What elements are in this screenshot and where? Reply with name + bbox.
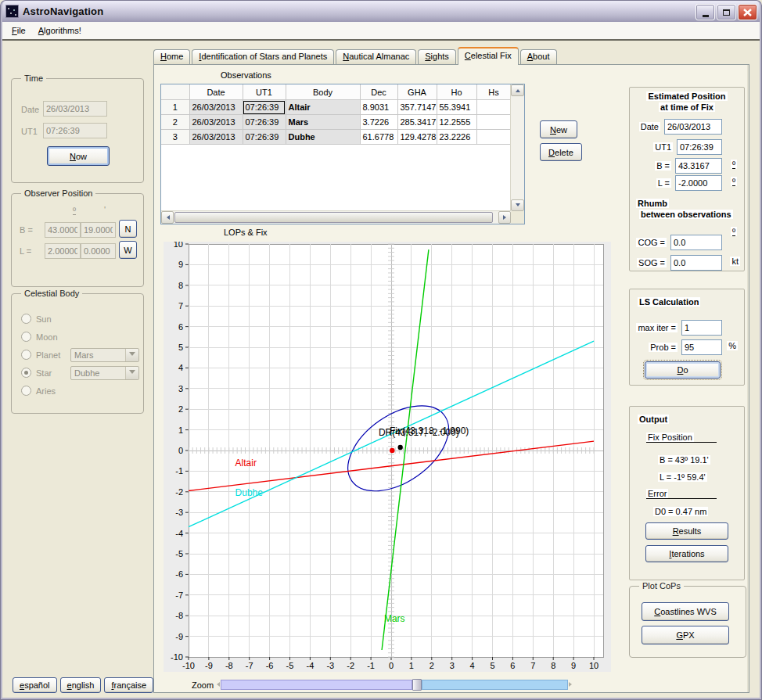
cell-dec-row1[interactable]: 8.9031 [360,100,397,115]
observations-label: Observations [221,70,271,80]
cell-date-row2[interactable]: 26/03/2013 [189,115,243,130]
radio-label-planet: Planet [36,350,70,360]
rhumb-title-1: Rhumb [636,199,669,208]
fix-position-label: Fix Position [646,433,694,442]
window-title: AstroNavigation [23,5,103,17]
cell-hs-row3[interactable] [476,130,511,145]
cog-input[interactable] [670,235,722,250]
cell-dec-row3[interactable]: 61.6778 [360,130,397,145]
date-input [43,101,107,117]
close-button[interactable] [738,4,757,20]
prob-input[interactable] [681,339,722,355]
cell-body-row1[interactable]: Altair [286,100,360,115]
radio-label-aries: Aries [36,386,70,396]
slider-right-arrow-icon[interactable] [569,682,574,687]
cell-gha-row1[interactable]: 357.7147 [397,100,437,115]
menu-item-algorithms[interactable]: Algorithms! [32,24,88,37]
results-button[interactable]: Results [645,522,728,540]
svg-text:-2: -2 [347,661,354,670]
sog-input[interactable] [670,255,722,271]
column-header-gha[interactable]: GHA [397,84,437,100]
time-group: Time Date UT1 Now [11,78,144,183]
zoom-slider-track-right[interactable] [422,680,568,690]
now-button[interactable]: Now [47,146,110,166]
row-header-2[interactable]: 2 [161,115,189,130]
max-iter-input[interactable] [681,320,722,336]
est-date-input[interactable] [664,119,722,135]
horizontal-scroll-thumb[interactable] [174,212,493,223]
tab-sights[interactable]: Sights [418,49,456,64]
scroll-down-button[interactable] [511,199,524,211]
west-button[interactable]: W [119,241,137,259]
cell-date-row3[interactable]: 26/03/2013 [189,130,243,145]
cell-body-row3[interactable]: Dubhe [286,130,360,145]
row-header-3[interactable]: 3 [161,130,189,145]
cell-ut1-row3[interactable]: 07:26:39 [243,130,286,145]
svg-text:0: 0 [389,661,394,670]
column-header-hs[interactable]: Hs [476,84,511,100]
table-horizontal-scrollbar[interactable] [161,210,511,224]
new-button[interactable]: New [540,120,577,138]
svg-text:10: 10 [589,661,598,670]
tab-home[interactable]: Home [153,49,190,64]
scroll-right-button[interactable] [498,211,511,224]
north-button[interactable]: N [119,220,137,238]
planet-combobox-value: Mars [74,350,93,360]
l-label: L = [20,246,31,256]
maximize-button[interactable] [717,4,736,20]
menu-item-file[interactable]: File [5,24,32,37]
minimize-button[interactable] [696,4,715,20]
cell-body-row2[interactable]: Mars [286,115,360,130]
table-vertical-scrollbar[interactable] [510,84,524,211]
zoom-slider-thumb[interactable] [412,679,422,691]
tab-about[interactable]: About [520,49,557,64]
column-header-date[interactable]: Date [189,84,243,100]
svg-text:-6: -6 [266,661,274,670]
tab-identification-of-stars-and-planets[interactable]: Identification of Stars and Planets [192,49,334,64]
language-button-espa-ol[interactable]: español [13,677,57,693]
column-header-ut1[interactable]: UT1 [243,84,286,100]
b-minutes-input [81,222,116,238]
cell-ho-row3[interactable]: 23.2226 [437,130,476,145]
cell-date-row1[interactable]: 26/03/2013 [189,100,243,115]
table-row[interactable]: 126/03/201307:26:39Altair8.9031357.71475… [161,100,511,115]
table-row[interactable]: 226/03/201307:26:39Mars3.7226285.341712.… [161,115,511,130]
slider-left-arrow-icon[interactable] [214,682,220,687]
tab-nautical-almanac[interactable]: Nautical Almanac [336,49,416,64]
observations-table[interactable]: DateUT1BodyDecGHAHoHs126/03/201307:26:39… [160,84,525,224]
cell-ut1-row2[interactable]: 07:26:39 [243,115,286,130]
zoom-slider[interactable] [214,679,575,691]
column-header-ho[interactable]: Ho [437,84,476,100]
scroll-left-button[interactable] [161,211,174,224]
column-header-dec[interactable]: Dec [360,84,397,100]
scroll-up-button[interactable] [511,84,524,96]
cell-gha-row2[interactable]: 285.3417 [397,115,437,130]
iterations-button[interactable]: Iterations [645,545,728,562]
column-header-body[interactable]: Body [286,84,360,100]
cell-hs-row2[interactable] [476,115,511,130]
cell-ho-row1[interactable]: 55.3941 [437,100,476,115]
zoom-slider-track-left[interactable] [221,680,412,690]
svg-text:8: 8 [551,661,555,670]
do-button[interactable]: Do [645,361,721,379]
coastlines-wvs-button[interactable]: Coastlines WVS [642,602,729,621]
gpx-button[interactable]: GPX [642,626,729,644]
cell-ho-row2[interactable]: 12.2555 [437,115,476,130]
svg-text:1: 1 [409,661,414,670]
est-l-input[interactable] [675,175,722,191]
language-button-fran-aise[interactable]: française [104,677,153,693]
ut1-label: UT1 [21,127,38,136]
language-button-english[interactable]: english [60,677,102,693]
est-b-input[interactable] [675,158,722,174]
est-ut1-input[interactable] [677,139,722,155]
cell-gha-row3[interactable]: 129.4278 [397,130,437,145]
cell-hs-row1[interactable] [476,100,511,115]
tab-strip: HomeIdentification of Stars and PlanetsN… [153,46,559,64]
table-row[interactable]: 326/03/201307:26:39Dubhe61.6778129.42782… [161,130,511,145]
lops-fix-chart[interactable]: -10-9-8-7-6-5-4-3-2-1012345678910-10-9-8… [164,242,611,672]
tab-celestial-fix[interactable]: Celestial Fix [458,47,519,65]
row-header-1[interactable]: 1 [161,100,189,115]
delete-button[interactable]: Delete [540,143,582,161]
cell-ut1-row1[interactable]: 07:26:39 [243,100,286,115]
cell-dec-row2[interactable]: 3.7226 [360,115,397,130]
